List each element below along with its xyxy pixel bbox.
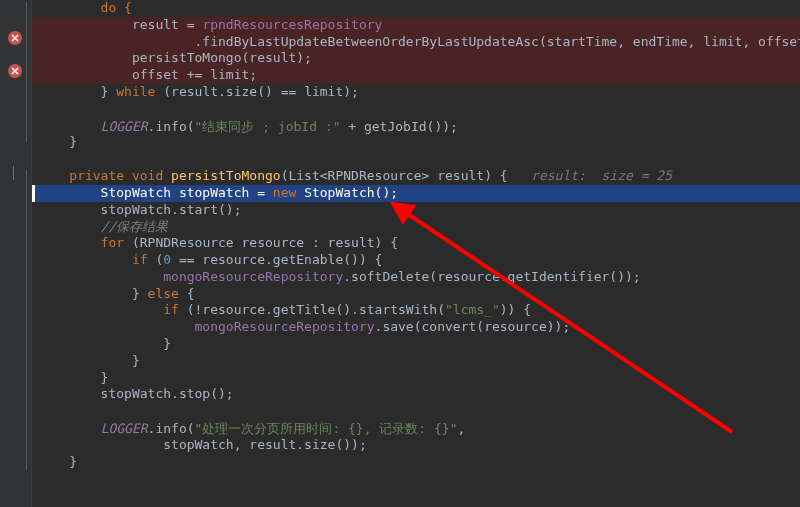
code-line[interactable]: if (0 == resource.getEnable()) { bbox=[32, 252, 800, 269]
gutter-marker-icon bbox=[13, 166, 14, 180]
error-breakpoint-icon[interactable] bbox=[8, 31, 22, 45]
code-line[interactable] bbox=[32, 403, 800, 420]
code-line[interactable]: mongoResourceRepository.softDelete(resou… bbox=[32, 269, 800, 286]
code-line[interactable]: } bbox=[32, 134, 800, 151]
editor-gutter bbox=[0, 0, 32, 507]
code-line[interactable] bbox=[32, 151, 800, 168]
code-line[interactable]: } else { bbox=[32, 286, 800, 303]
error-icon bbox=[10, 66, 20, 76]
inline-hint: result: size = 25 bbox=[531, 168, 672, 183]
code-line[interactable]: result = rpndResourcesRepository bbox=[32, 17, 800, 34]
code-line[interactable]: stopWatch, result.size()); bbox=[32, 437, 800, 454]
code-line[interactable]: } bbox=[32, 336, 800, 353]
caret-indicator bbox=[32, 185, 35, 202]
code-line[interactable]: LOGGER.info("结束同步 ; jobId :" + getJobId(… bbox=[32, 118, 800, 135]
code-line[interactable]: if (!resource.getTitle().startsWith("lcm… bbox=[32, 302, 800, 319]
code-line[interactable]: //保存结果 bbox=[32, 218, 800, 235]
code-line[interactable]: LOGGER.info("处理一次分页所用时间: {}, 记录数: {}", bbox=[32, 420, 800, 437]
code-editor[interactable]: do { result = rpndResourcesRepository .f… bbox=[32, 0, 800, 507]
code-line[interactable]: .findByLastUpdateBetweenOrderByLastUpdat… bbox=[32, 34, 800, 51]
code-line[interactable]: offset += limit; bbox=[32, 67, 800, 84]
code-line[interactable]: stopWatch.stop(); bbox=[32, 386, 800, 403]
code-line[interactable]: } bbox=[32, 370, 800, 387]
code-line[interactable]: do { bbox=[32, 0, 800, 17]
code-line[interactable]: } bbox=[32, 454, 800, 471]
error-breakpoint-icon[interactable] bbox=[8, 64, 22, 78]
code-line[interactable]: mongoResourceRepository.save(convert(res… bbox=[32, 319, 800, 336]
code-line[interactable]: } while (result.size() == limit); bbox=[32, 84, 800, 101]
error-icon bbox=[10, 33, 20, 43]
code-line[interactable]: persistToMongo(result); bbox=[32, 50, 800, 67]
code-line[interactable]: private void persistToMongo(List<RPNDRes… bbox=[32, 168, 800, 185]
code-line[interactable]: } bbox=[32, 353, 800, 370]
code-line[interactable]: for (RPNDResource resource : result) { bbox=[32, 235, 800, 252]
code-line[interactable] bbox=[32, 470, 800, 487]
code-line[interactable] bbox=[32, 101, 800, 118]
code-line-current[interactable]: StopWatch stopWatch = new StopWatch(); bbox=[32, 185, 800, 202]
code-line[interactable]: stopWatch.start(); bbox=[32, 202, 800, 219]
